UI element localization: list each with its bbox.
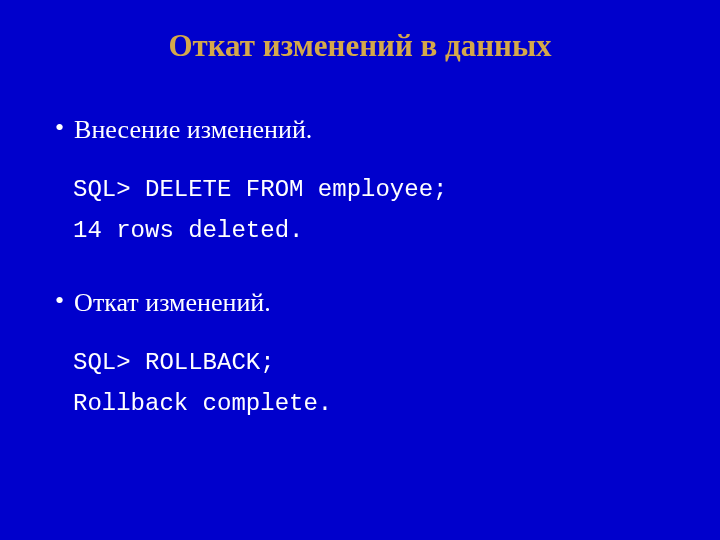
bullet-item-2: • Откат изменений. [55, 287, 665, 318]
bullet-text-2: Откат изменений. [74, 287, 271, 318]
code-block-2: SQL> ROLLBACK; Rollback complete. [55, 343, 665, 425]
bullet-icon: • [55, 115, 64, 141]
code-line: SQL> ROLLBACK; [73, 343, 665, 384]
bullet-text-1: Внесение изменений. [74, 114, 312, 145]
slide-title: Откат изменений в данных [0, 0, 720, 64]
bullet-icon: • [55, 288, 64, 314]
bullet-item-1: • Внесение изменений. [55, 114, 665, 145]
code-line: Rollback complete. [73, 384, 665, 425]
slide: Откат изменений в данных • Внесение изме… [0, 0, 720, 540]
code-block-1: SQL> DELETE FROM employee; 14 rows delet… [55, 170, 665, 252]
code-line: SQL> DELETE FROM employee; [73, 170, 665, 211]
slide-body: • Внесение изменений. SQL> DELETE FROM e… [0, 64, 720, 425]
code-line: 14 rows deleted. [73, 211, 665, 252]
